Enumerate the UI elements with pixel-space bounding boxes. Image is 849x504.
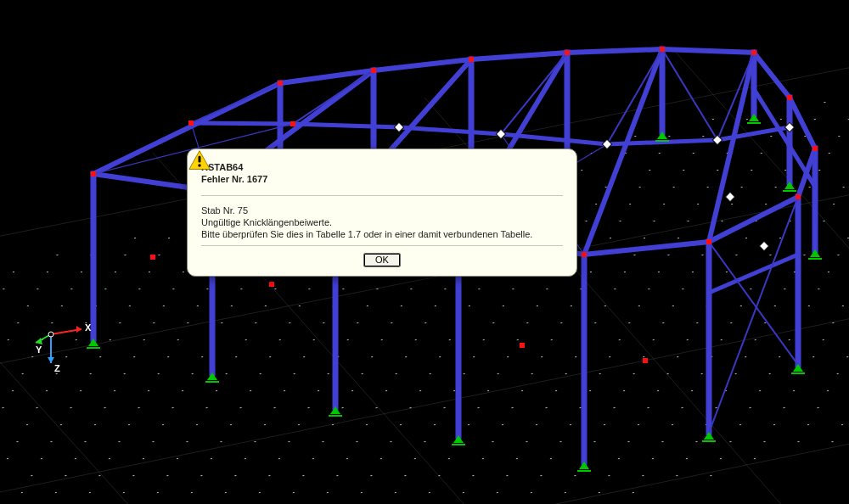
dialog-title-line2: Fehler Nr. 1677 bbox=[201, 173, 563, 185]
svg-line-40 bbox=[501, 53, 567, 134]
error-dialog: RSTAB64 Fehler Nr. 1677 Stab Nr. 75 Ungü… bbox=[187, 148, 577, 277]
svg-rect-58 bbox=[199, 156, 201, 163]
svg-marker-51 bbox=[76, 326, 82, 333]
axis-z-label: Z bbox=[54, 363, 60, 373]
dialog-body-line3: Bitte überprüfen Sie dies in Tabelle 1.7… bbox=[201, 228, 563, 240]
dialog-body-line1: Stab Nr. 75 bbox=[201, 204, 563, 216]
svg-point-56 bbox=[48, 332, 53, 337]
axis-gizmo: X Y Z bbox=[34, 309, 102, 377]
svg-marker-55 bbox=[48, 357, 54, 363]
svg-point-59 bbox=[198, 164, 200, 166]
svg-marker-6 bbox=[0, 51, 849, 504]
dialog-body: Stab Nr. 75 Ungültige Knicklängenbeiwert… bbox=[201, 196, 563, 246]
3d-viewport[interactable]: X Y Z RSTAB64 Fehler Nr. 1677 bbox=[0, 0, 849, 504]
dialog-title-line1: RSTAB64 bbox=[201, 161, 563, 173]
axis-x-label: X bbox=[85, 322, 92, 333]
warning-icon bbox=[188, 149, 211, 171]
axis-y-label: Y bbox=[36, 344, 42, 355]
ok-button[interactable]: OK bbox=[363, 253, 401, 267]
dialog-body-line2: Ungültige Knicklängenbeiwerte. bbox=[201, 216, 563, 228]
svg-line-38 bbox=[191, 83, 280, 123]
